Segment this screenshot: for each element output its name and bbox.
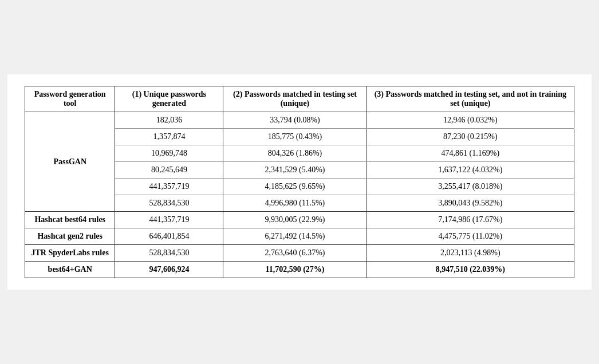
hashcat-gen2-tool: Hashcat gen2 rules — [25, 228, 115, 245]
best64-gan-matched: 11,702,590 (27%) — [223, 262, 367, 278]
best64-gan-row: best64+GAN 947,606,924 11,702,590 (27%) … — [25, 262, 574, 278]
passgan-row-1-col-1: 185,775 (0.43%) — [223, 129, 367, 145]
jtr-tool: JTR SpyderLabs rules — [25, 245, 115, 262]
hashcat-best64-not-in-training: 7,174,986 (17.67%) — [367, 212, 574, 228]
col-header-matched: (2) Passwords matched in testing set (un… — [223, 86, 367, 112]
hashcat-best64-tool: Hashcat best64 rules — [25, 212, 115, 228]
passgan-row-1-col-0: 1,357,874 — [115, 129, 223, 145]
passgan-row-4-col-1: 4,185,625 (9.65%) — [223, 179, 367, 195]
passgan-row-2-col-1: 804,326 (1.86%) — [223, 145, 367, 162]
jtr-row: JTR SpyderLabs rules 528,834,530 2,763,6… — [25, 245, 574, 262]
passgan-row-3-col-0: 80,245,649 — [115, 162, 223, 179]
table-container: Password generation tool (1) Unique pass… — [7, 74, 592, 290]
passgan-row-2-col-2: 474,861 (1.169%) — [367, 145, 574, 162]
passgan-row-5-col-2: 3,890,043 (9.582%) — [367, 195, 574, 212]
passgan-row-4-col-0: 441,357,719 — [115, 179, 223, 195]
col-header-unique: (1) Unique passwords generated — [115, 86, 223, 112]
passgan-row-1-col-2: 87,230 (0.215%) — [367, 129, 574, 145]
jtr-not-in-training: 2,023,113 (4.98%) — [367, 245, 574, 262]
results-table: Password generation tool (1) Unique pass… — [25, 86, 574, 278]
passgan-row-5-col-1: 4,996,980 (11.5%) — [223, 195, 367, 212]
passgan-row-0-col-0: 182,036 — [115, 112, 223, 129]
best64-gan-unique: 947,606,924 — [115, 262, 223, 278]
jtr-matched: 2,763,640 (6.37%) — [223, 245, 367, 262]
best64-gan-not-in-training: 8,947,510 (22.039%) — [367, 262, 574, 278]
hashcat-gen2-row: Hashcat gen2 rules 646,401,854 6,271,492… — [25, 228, 574, 245]
col-header-tool: Password generation tool — [25, 86, 115, 112]
passgan-row-0-col-1: 33,794 (0.08%) — [223, 112, 367, 129]
passgan-tool-cell: PassGAN — [25, 112, 115, 212]
best64-gan-tool: best64+GAN — [25, 262, 115, 278]
hashcat-gen2-matched: 6,271,492 (14.5%) — [223, 228, 367, 245]
hashcat-gen2-unique: 646,401,854 — [115, 228, 223, 245]
passgan-row-3-col-2: 1,637,122 (4.032%) — [367, 162, 574, 179]
table-row: PassGAN182,03633,794 (0.08%)12,946 (0.03… — [25, 112, 574, 129]
passgan-row-4-col-2: 3,255,417 (8.018%) — [367, 179, 574, 195]
hashcat-best64-row: Hashcat best64 rules 441,357,719 9,930,0… — [25, 212, 574, 228]
passgan-row-2-col-0: 10,969,748 — [115, 145, 223, 162]
hashcat-gen2-not-in-training: 4,475,775 (11.02%) — [367, 228, 574, 245]
passgan-row-3-col-1: 2,341,529 (5.40%) — [223, 162, 367, 179]
hashcat-best64-matched: 9,930,005 (22.9%) — [223, 212, 367, 228]
hashcat-best64-unique: 441,357,719 — [115, 212, 223, 228]
passgan-row-0-col-2: 12,946 (0.032%) — [367, 112, 574, 129]
passgan-row-5-col-0: 528,834,530 — [115, 195, 223, 212]
jtr-unique: 528,834,530 — [115, 245, 223, 262]
col-header-not-in-training: (3) Passwords matched in testing set, an… — [367, 86, 574, 112]
